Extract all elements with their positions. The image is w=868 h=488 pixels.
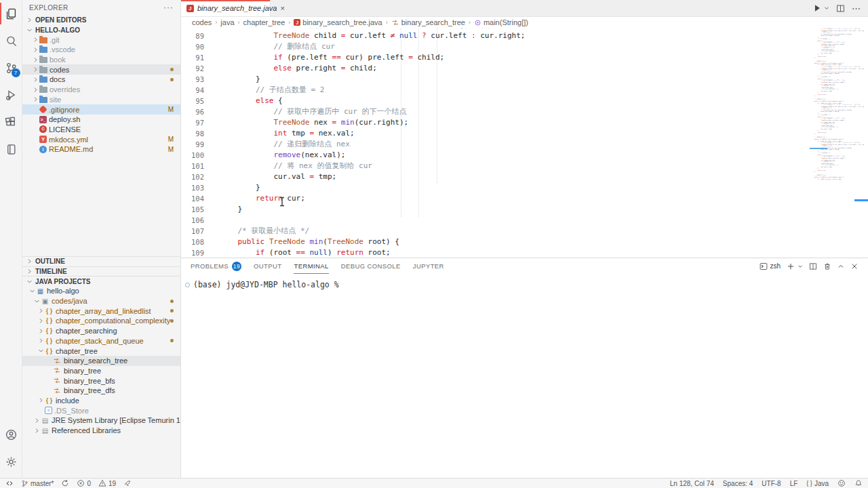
status-encoding[interactable]: UTF-8 bbox=[762, 480, 781, 487]
tree-item-chapter-searching[interactable]: { }chapter_searching bbox=[22, 326, 180, 336]
status-cursor-position[interactable]: Ln 128, Col 74 bbox=[670, 480, 714, 487]
panel-tab-terminal[interactable]: TERMINAL bbox=[294, 258, 328, 274]
section-timeline[interactable]: TIMELINE bbox=[22, 266, 180, 277]
status-feedback[interactable] bbox=[837, 479, 846, 487]
split-editor-icon[interactable] bbox=[836, 4, 845, 13]
activity-source-control-icon[interactable]: 7 bbox=[0, 54, 22, 81]
section-hello-algo[interactable]: HELLO-ALGO bbox=[22, 25, 180, 35]
tab-close-icon[interactable]: × bbox=[280, 4, 284, 12]
terminal-content[interactable]: (base) jyd@JYD-MBP hello-algo % bbox=[181, 274, 868, 289]
status-git-branch[interactable]: master* bbox=[21, 480, 54, 487]
tree-item-codes[interactable]: codes bbox=[22, 64, 180, 75]
run-icon[interactable] bbox=[812, 3, 822, 13]
status-java-status[interactable] bbox=[123, 479, 132, 487]
tree-item-mkdocs-yml[interactable]: Ymkdocs.ymlM bbox=[22, 134, 180, 144]
chevron-right-icon[interactable] bbox=[37, 328, 45, 334]
shell-selector[interactable]: zsh bbox=[760, 262, 781, 270]
tree-item-chapter-computational-complexity[interactable]: { }chapter_computational_complexity bbox=[22, 316, 180, 326]
split-terminal-icon[interactable] bbox=[809, 262, 817, 270]
tree-item-overrides[interactable]: overrides bbox=[22, 85, 180, 95]
breadcrumb-chapter-tree[interactable]: chapter_tree bbox=[243, 18, 285, 26]
tree-item-book[interactable]: book bbox=[22, 55, 180, 65]
section-outline[interactable]: OUTLINE bbox=[22, 256, 180, 266]
panel-tab-jupyter[interactable]: JUPYTER bbox=[413, 258, 444, 274]
chevron-right-icon[interactable] bbox=[31, 77, 39, 83]
chevron-right-icon[interactable] bbox=[31, 96, 39, 102]
tree-item-binary-tree-bfs[interactable]: binary_tree_bfs bbox=[22, 375, 180, 386]
breadcrumb-codes[interactable]: codes bbox=[192, 18, 212, 26]
section-open-editors[interactable]: OPEN EDITORS bbox=[22, 15, 180, 25]
chevron-right-icon[interactable] bbox=[25, 268, 33, 274]
tree-item-deploy-sh[interactable]: >_deploy.sh bbox=[22, 115, 180, 125]
panel-tab-problems[interactable]: PROBLEMS19 bbox=[191, 258, 241, 274]
activity-settings-icon[interactable] bbox=[0, 448, 22, 475]
breadcrumb-binary-search-tree-java[interactable]: Jbinary_search_tree.java bbox=[294, 18, 382, 26]
tree-item-site[interactable]: site bbox=[22, 95, 180, 105]
tree-item-readme-md[interactable]: iREADME.mdM bbox=[22, 144, 180, 155]
breadcrumb-binary-search-tree[interactable]: binary_search_tree bbox=[391, 18, 465, 26]
kill-terminal-icon[interactable] bbox=[823, 262, 831, 270]
code-editor[interactable]: 88 // 当子结点数量 = 0 / 1 时， child = null / 该… bbox=[181, 28, 868, 258]
chevron-right-icon[interactable] bbox=[37, 397, 45, 403]
tree-item-binary-tree[interactable]: binary_tree bbox=[22, 366, 180, 376]
status-errors[interactable]: 0 bbox=[77, 479, 91, 487]
activity-account-icon[interactable] bbox=[0, 421, 22, 448]
chevron-down-icon[interactable] bbox=[37, 348, 45, 354]
activity-notebook-icon[interactable] bbox=[0, 136, 22, 163]
tree-item-codes-java[interactable]: ▣codes/java bbox=[22, 296, 180, 306]
status-eol[interactable]: LF bbox=[790, 480, 798, 487]
tree-item-hello-algo[interactable]: ▦hello-algo bbox=[22, 286, 180, 296]
run-dropdown-icon[interactable] bbox=[824, 5, 829, 11]
tree-item-referenced-libraries[interactable]: ▤Referenced Libraries bbox=[22, 426, 180, 436]
chevron-right-icon[interactable] bbox=[31, 37, 39, 43]
chevron-right-icon[interactable] bbox=[33, 418, 41, 424]
sidebar-more-icon[interactable]: ··· bbox=[163, 3, 174, 12]
new-terminal-icon[interactable] bbox=[787, 262, 795, 270]
tree-item-binary-tree-dfs[interactable]: binary_tree_dfs bbox=[22, 386, 180, 396]
tree-item-git[interactable]: .git bbox=[22, 35, 180, 45]
close-panel-icon[interactable] bbox=[850, 262, 859, 270]
tree-item-binary-search-tree[interactable]: binary_search_tree bbox=[22, 356, 180, 366]
status-notifications[interactable] bbox=[854, 479, 863, 487]
tree-item-jre-system-library-eclipse-temurin-17-17[interactable]: ▤JRE System Library [Eclipse Temurin 17 … bbox=[22, 415, 180, 426]
chevron-down-icon[interactable] bbox=[28, 288, 36, 294]
chevron-down-icon[interactable] bbox=[25, 279, 33, 285]
status-warnings[interactable]: 19 bbox=[98, 479, 116, 487]
chevron-down-icon[interactable] bbox=[25, 27, 33, 33]
more-actions-icon[interactable]: ⋯ bbox=[852, 2, 861, 14]
status-sync[interactable] bbox=[61, 479, 69, 487]
tree-item-docs[interactable]: docs bbox=[22, 75, 180, 85]
panel-tab-debug-console[interactable]: DEBUG CONSOLE bbox=[341, 258, 401, 274]
chevron-right-icon[interactable] bbox=[37, 338, 45, 344]
chevron-right-icon[interactable] bbox=[31, 47, 39, 53]
status-indentation[interactable]: Spaces: 4 bbox=[723, 480, 753, 487]
panel-tab-output[interactable]: OUTPUT bbox=[254, 258, 281, 274]
chevron-right-icon[interactable] bbox=[33, 428, 41, 434]
activity-search-icon[interactable] bbox=[0, 27, 22, 54]
tree-item-chapter-stack-and-queue[interactable]: { }chapter_stack_and_queue bbox=[22, 336, 180, 346]
chevron-right-icon[interactable] bbox=[25, 258, 33, 264]
chevron-right-icon[interactable] bbox=[37, 308, 45, 314]
status-language-mode[interactable]: { }Java bbox=[806, 480, 829, 487]
chevron-right-icon[interactable] bbox=[31, 87, 39, 93]
tree-item-chapter-array-and-linkedlist[interactable]: { }chapter_array_and_linkedlist bbox=[22, 306, 180, 316]
tree-item-chapter-tree[interactable]: { }chapter_tree bbox=[22, 346, 180, 356]
chevron-right-icon[interactable] bbox=[31, 66, 39, 73]
tree-item-vscode[interactable]: .vscode bbox=[22, 45, 180, 55]
tree-item-license[interactable]: ©LICENSE bbox=[22, 125, 180, 135]
activity-explorer-icon[interactable] bbox=[0, 0, 22, 27]
activity-extensions-icon[interactable] bbox=[0, 108, 22, 136]
tree-item-ds-store[interactable]: ≡.DS_Store bbox=[22, 405, 180, 415]
section-java-projects[interactable]: JAVA PROJECTS bbox=[22, 276, 180, 286]
maximize-panel-icon[interactable] bbox=[837, 263, 844, 270]
activity-run-debug-icon[interactable] bbox=[0, 81, 22, 108]
chevron-down-icon[interactable] bbox=[33, 298, 41, 304]
chevron-right-icon[interactable] bbox=[25, 17, 33, 23]
breadcrumb-java[interactable]: java bbox=[220, 18, 234, 26]
tab-binary-search-tree[interactable]: J binary_search_tree.java × bbox=[181, 0, 271, 16]
tree-item-include[interactable]: { }include bbox=[22, 396, 180, 406]
breadcrumb-main-string[interactable]: main(String[]) bbox=[474, 18, 528, 26]
chevron-right-icon[interactable] bbox=[37, 318, 45, 324]
tree-item-gitignore[interactable]: .gitignoreM bbox=[22, 104, 180, 115]
terminal-dropdown-icon[interactable] bbox=[797, 264, 803, 269]
